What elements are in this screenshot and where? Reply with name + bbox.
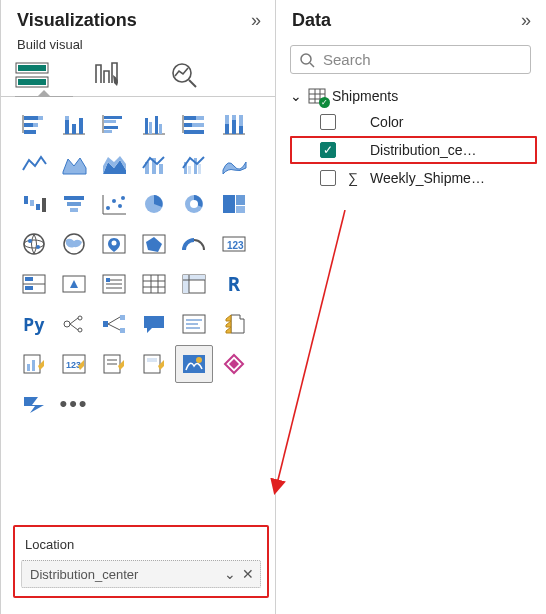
svg-rect-19 bbox=[104, 120, 116, 123]
viz-clustered-bar[interactable] bbox=[95, 105, 133, 143]
svg-rect-89 bbox=[143, 275, 165, 293]
svg-rect-21 bbox=[104, 130, 112, 133]
viz-100-stacked-bar[interactable] bbox=[175, 105, 213, 143]
svg-point-125 bbox=[301, 54, 311, 64]
svg-point-65 bbox=[190, 200, 198, 208]
field-label: Color bbox=[370, 114, 403, 130]
analytics-tab[interactable] bbox=[167, 60, 201, 90]
viz-stacked-area[interactable] bbox=[95, 145, 133, 183]
checkbox[interactable] bbox=[320, 170, 336, 186]
viz-kpi[interactable] bbox=[55, 265, 93, 303]
viz-gauge[interactable] bbox=[175, 225, 213, 263]
field-distribution-center[interactable]: ✓ Distribution_ce… bbox=[290, 136, 537, 164]
viz-map[interactable] bbox=[15, 225, 53, 263]
svg-rect-11 bbox=[24, 130, 36, 134]
viz-pie[interactable] bbox=[135, 185, 173, 223]
viz-smart-narrative[interactable] bbox=[175, 305, 213, 343]
viz-key-influencers[interactable] bbox=[55, 305, 93, 343]
svg-point-99 bbox=[64, 321, 70, 327]
viz-clustered-column[interactable] bbox=[135, 105, 173, 143]
viz-automate-flow[interactable] bbox=[15, 385, 53, 423]
viz-area[interactable] bbox=[55, 145, 93, 183]
svg-text:123: 123 bbox=[227, 240, 244, 251]
viz-decomposition-tree[interactable] bbox=[95, 305, 133, 343]
viz-paginated-report[interactable] bbox=[215, 305, 253, 343]
svg-rect-26 bbox=[159, 124, 162, 134]
svg-rect-13 bbox=[65, 120, 69, 134]
svg-point-60 bbox=[112, 199, 116, 203]
svg-rect-1 bbox=[18, 65, 46, 71]
search-icon bbox=[299, 52, 315, 68]
svg-rect-23 bbox=[145, 118, 148, 134]
viz-filled-map[interactable] bbox=[55, 225, 93, 263]
viz-power-automate[interactable] bbox=[95, 345, 133, 383]
viz-get-more-visuals[interactable] bbox=[215, 345, 253, 383]
svg-text:123: 123 bbox=[66, 360, 81, 370]
viz-line-clustered-column[interactable] bbox=[175, 145, 213, 183]
field-color[interactable]: Color bbox=[290, 108, 537, 136]
chevron-down-icon[interactable]: ⌄ bbox=[224, 566, 236, 582]
viz-qna[interactable] bbox=[135, 305, 173, 343]
active-tab-indicator bbox=[15, 96, 73, 97]
viz-funnel[interactable] bbox=[55, 185, 93, 223]
table-name: Shipments bbox=[332, 88, 398, 104]
svg-point-124 bbox=[196, 357, 202, 363]
viz-line-stacked-column[interactable] bbox=[135, 145, 173, 183]
data-pane: Data » ⌄ ✓ Shipments Color ✓ Distributio… bbox=[275, 0, 545, 614]
svg-rect-18 bbox=[104, 116, 122, 119]
viz-matrix[interactable] bbox=[175, 265, 213, 303]
svg-rect-10 bbox=[33, 123, 38, 127]
svg-rect-66 bbox=[223, 195, 235, 213]
viz-pane-header: Visualizations » bbox=[1, 0, 275, 37]
field-well-pill[interactable]: Distribution_center ⌄ ✕ bbox=[21, 560, 261, 588]
viz-treemap[interactable] bbox=[215, 185, 253, 223]
checkbox[interactable] bbox=[320, 114, 336, 130]
viz-donut[interactable] bbox=[175, 185, 213, 223]
viz-ribbon[interactable] bbox=[215, 145, 253, 183]
collapse-viz-icon[interactable]: » bbox=[251, 10, 261, 31]
viz-scatter[interactable] bbox=[95, 185, 133, 223]
viz-arcgis-2[interactable] bbox=[135, 345, 173, 383]
checkbox-checked[interactable]: ✓ bbox=[320, 142, 336, 158]
svg-line-103 bbox=[70, 324, 78, 330]
svg-rect-48 bbox=[194, 158, 197, 174]
field-weekly-shipments[interactable]: ∑ Weekly_Shipme… bbox=[290, 164, 537, 192]
format-visual-tab[interactable] bbox=[91, 60, 125, 90]
collapse-data-icon[interactable]: » bbox=[521, 10, 531, 31]
viz-power-apps[interactable] bbox=[15, 345, 53, 383]
search-box[interactable] bbox=[290, 45, 531, 74]
build-visual-tab[interactable] bbox=[15, 60, 49, 90]
search-input[interactable] bbox=[323, 51, 522, 68]
svg-rect-47 bbox=[188, 166, 191, 174]
viz-multi-row-card[interactable] bbox=[15, 265, 53, 303]
viz-table[interactable] bbox=[135, 265, 173, 303]
viz-azure-map[interactable] bbox=[95, 225, 133, 263]
viz-stacked-column[interactable] bbox=[55, 105, 93, 143]
svg-rect-54 bbox=[64, 196, 84, 200]
svg-rect-39 bbox=[239, 126, 243, 134]
viz-shape-map[interactable] bbox=[135, 225, 173, 263]
viz-r-visual[interactable]: R bbox=[215, 265, 253, 303]
remove-field-icon[interactable]: ✕ bbox=[242, 566, 254, 582]
viz-100-stacked-column[interactable] bbox=[215, 105, 253, 143]
viz-arcgis-map[interactable] bbox=[175, 345, 213, 383]
viz-pane-title: Visualizations bbox=[17, 10, 137, 31]
viz-waterfall[interactable] bbox=[15, 185, 53, 223]
table-shipments[interactable]: ⌄ ✓ Shipments bbox=[290, 84, 537, 108]
svg-rect-114 bbox=[27, 364, 30, 371]
data-pane-header: Data » bbox=[276, 0, 545, 37]
table-icon: ✓ bbox=[308, 88, 326, 104]
viz-arcgis[interactable]: 123 bbox=[55, 345, 93, 383]
svg-rect-45 bbox=[159, 164, 163, 174]
viz-line[interactable] bbox=[15, 145, 53, 183]
viz-stacked-bar[interactable] bbox=[15, 105, 53, 143]
viz-slicer[interactable] bbox=[95, 265, 133, 303]
svg-rect-55 bbox=[67, 202, 81, 206]
svg-point-71 bbox=[28, 239, 32, 243]
svg-rect-8 bbox=[38, 116, 43, 120]
viz-more-options[interactable]: ••• bbox=[55, 385, 93, 423]
svg-rect-51 bbox=[30, 200, 34, 206]
viz-python-visual[interactable]: Py bbox=[15, 305, 53, 343]
viz-card[interactable]: 123 bbox=[215, 225, 253, 263]
svg-line-108 bbox=[108, 324, 120, 330]
